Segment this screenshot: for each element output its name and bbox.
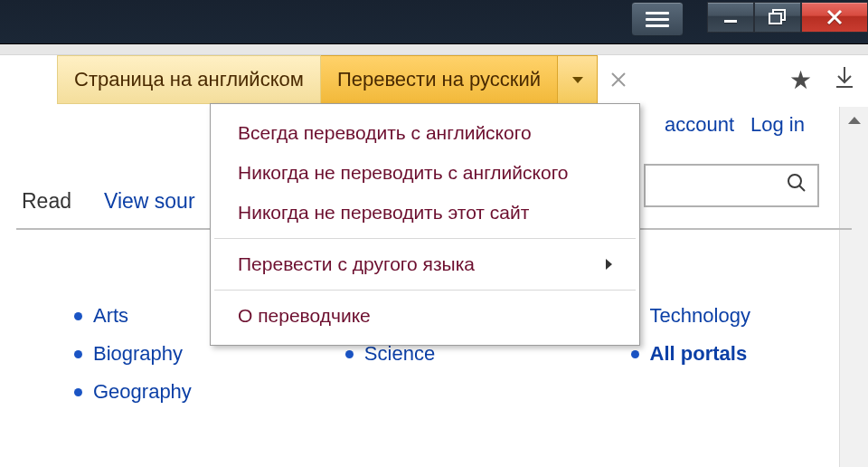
list-item[interactable]: Biography	[74, 342, 192, 366]
translate-button[interactable]: Перевести на русский	[321, 55, 558, 104]
bookmark-star-icon[interactable]: ★	[789, 65, 812, 95]
translate-bar-spacer	[0, 55, 57, 104]
menu-item-never-translate-lang[interactable]: Никогда не переводить с английского	[211, 153, 639, 193]
list-item[interactable]: Arts	[74, 304, 192, 328]
menu-item-label: О переводчике	[238, 305, 371, 327]
login-link[interactable]: Log in	[750, 113, 805, 137]
create-account-link[interactable]: account	[665, 113, 734, 137]
svg-point-9	[788, 175, 801, 187]
minimize-icon	[722, 9, 739, 25]
tab-view-source[interactable]: View sour	[99, 180, 201, 226]
menu-separator	[214, 290, 636, 291]
menu-item-about-translator[interactable]: О переводчике	[211, 296, 639, 336]
menu-item-label: Никогда не переводить с английского	[238, 162, 569, 184]
window-maximize-button[interactable]	[754, 2, 801, 33]
translate-options-toggle[interactable]	[558, 55, 598, 104]
hamburger-icon	[646, 12, 669, 27]
translate-detected-label: Страница на английском	[57, 55, 321, 104]
svg-rect-0	[724, 20, 737, 23]
translate-bar-close[interactable]	[598, 55, 639, 104]
list-item[interactable]: Geography	[74, 380, 192, 404]
menu-item-label: Всегда переводить с английского	[238, 122, 532, 144]
maximize-icon	[769, 9, 787, 25]
portal-link[interactable]: Geography	[93, 380, 192, 404]
portal-link[interactable]: Arts	[93, 304, 128, 328]
downloads-icon[interactable]	[834, 65, 855, 95]
portal-column-3: Technology All portals	[631, 290, 750, 418]
portal-link[interactable]: Technology	[650, 304, 750, 328]
chevron-down-icon	[572, 77, 583, 83]
portal-link-all[interactable]: All portals	[650, 342, 748, 366]
menu-item-other-language[interactable]: Перевести с другого языка	[211, 244, 639, 284]
window-close-button[interactable]	[801, 2, 868, 33]
portal-link[interactable]: Biography	[93, 342, 183, 366]
bullet-icon	[345, 350, 354, 358]
browser-menu-button[interactable]	[631, 2, 684, 36]
svg-rect-2	[769, 14, 781, 24]
menu-item-always-translate[interactable]: Всегда переводить с английского	[211, 113, 639, 153]
window-controls	[707, 2, 868, 33]
bullet-icon	[631, 350, 639, 358]
menu-separator	[214, 238, 636, 239]
menu-item-never-translate-site[interactable]: Никогда не переводить этот сайт	[211, 193, 639, 233]
translate-options-menu: Всегда переводить с английского Никогда …	[210, 103, 640, 346]
translate-bar: Страница на английском Перевести на русс…	[0, 55, 868, 104]
tab-read[interactable]: Read	[16, 180, 77, 226]
bullet-icon	[74, 312, 82, 320]
close-icon	[826, 9, 843, 25]
window-titlebar	[0, 0, 868, 44]
search-icon	[787, 173, 807, 198]
close-icon	[610, 71, 627, 88]
bullet-icon	[74, 388, 82, 396]
window-minimize-button[interactable]	[707, 2, 754, 33]
search-input[interactable]	[644, 164, 819, 207]
svg-line-10	[799, 186, 805, 191]
menu-item-label: Никогда не переводить этот сайт	[238, 202, 529, 224]
account-links: account Log in	[665, 113, 805, 137]
bullet-icon	[74, 350, 82, 358]
browser-chrome-strip	[0, 44, 868, 55]
chevron-right-icon	[606, 259, 612, 270]
list-item[interactable]: All portals	[631, 342, 750, 366]
toolbar-right: ★	[639, 55, 868, 104]
menu-item-label: Перевести с другого языка	[238, 253, 475, 275]
list-item[interactable]: Technology	[631, 304, 750, 328]
portal-column-1: Arts Biography Geography	[74, 290, 192, 418]
